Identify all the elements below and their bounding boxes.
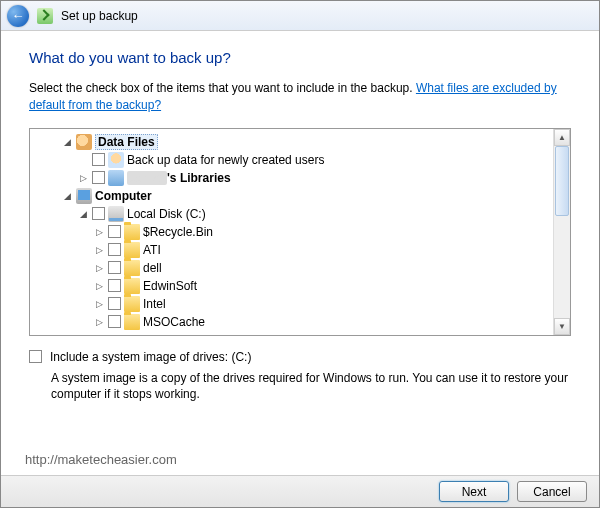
checkbox[interactable]: [108, 279, 121, 292]
scroll-track[interactable]: [554, 146, 570, 318]
system-image-label: Include a system image of drives: (C:): [50, 350, 251, 364]
tree-node-folder[interactable]: ▷ Intel: [32, 295, 551, 313]
tree-label: MSOCache: [143, 315, 205, 329]
tree-node-data-files[interactable]: ◢ Data Files: [32, 133, 551, 151]
back-button[interactable]: ←: [7, 5, 29, 27]
tree-label: Data Files: [95, 134, 158, 150]
tree-node-computer[interactable]: ◢ Computer: [32, 187, 551, 205]
checkbox[interactable]: [92, 171, 105, 184]
scroll-down-button[interactable]: ▼: [554, 318, 570, 335]
computer-icon: [76, 188, 92, 204]
tree-node-folder[interactable]: ▷ EdwinSoft: [32, 277, 551, 295]
footer-bar: Next Cancel: [1, 475, 599, 507]
collapse-icon[interactable]: ◢: [78, 208, 89, 219]
window-title: Set up backup: [61, 9, 138, 23]
checkbox[interactable]: [108, 261, 121, 274]
tree-node-folder[interactable]: ▷ dell: [32, 259, 551, 277]
page-description: Select the check box of the items that y…: [29, 80, 571, 114]
libraries-icon: [108, 170, 124, 186]
expand-icon[interactable]: ▷: [94, 316, 105, 327]
backup-tree: ◢ Data Files ▸ Back up data for newly cr…: [30, 129, 553, 335]
scroll-thumb[interactable]: [555, 146, 569, 216]
disk-icon: [108, 206, 124, 222]
folder-icon: [124, 296, 140, 312]
tree-node-local-disk[interactable]: ◢ Local Disk (C:): [32, 205, 551, 223]
button-label: Cancel: [533, 485, 570, 499]
system-image-description: A system image is a copy of the drives r…: [29, 370, 571, 404]
expand-icon[interactable]: ▷: [94, 226, 105, 237]
folder-icon: [124, 314, 140, 330]
system-image-section: Include a system image of drives: (C:) A…: [1, 336, 599, 404]
folder-icon: [124, 224, 140, 240]
title-bar: ← Set up backup: [1, 1, 599, 31]
checkbox[interactable]: [108, 297, 121, 310]
tree-node-new-users[interactable]: ▸ Back up data for newly created users: [32, 151, 551, 169]
system-image-checkbox[interactable]: [29, 350, 42, 363]
checkbox[interactable]: [108, 315, 121, 328]
tree-label: Local Disk (C:): [127, 207, 206, 221]
expand-icon[interactable]: ▷: [94, 262, 105, 273]
tree-label: Usman's Libraries: [127, 171, 231, 185]
page-heading: What do you want to back up?: [29, 49, 571, 66]
tree-label: dell: [143, 261, 162, 275]
arrow-left-icon: ←: [12, 8, 25, 23]
watermark-text: http://maketecheasier.com: [25, 452, 177, 467]
cancel-button[interactable]: Cancel: [517, 481, 587, 502]
tree-node-folder[interactable]: ▷ MSOCache: [32, 313, 551, 331]
checkbox[interactable]: [108, 243, 121, 256]
vertical-scrollbar[interactable]: ▲ ▼: [553, 129, 570, 335]
main-content: What do you want to back up? Select the …: [1, 31, 599, 336]
collapse-icon[interactable]: ◢: [62, 190, 73, 201]
expand-icon[interactable]: ▷: [78, 172, 89, 183]
tree-node-folder[interactable]: ▷ $Recycle.Bin: [32, 223, 551, 241]
tree-container: ◢ Data Files ▸ Back up data for newly cr…: [29, 128, 571, 336]
tree-label: ATI: [143, 243, 161, 257]
folder-icon: [124, 260, 140, 276]
checkbox[interactable]: [108, 225, 121, 238]
checkbox[interactable]: [92, 153, 105, 166]
users-icon: [76, 134, 92, 150]
tree-label: Computer: [95, 189, 152, 203]
user-icon: [108, 152, 124, 168]
folder-icon: [124, 242, 140, 258]
expand-icon[interactable]: ▷: [94, 280, 105, 291]
tree-label: Intel: [143, 297, 166, 311]
tree-label: $Recycle.Bin: [143, 225, 213, 239]
folder-icon: [124, 278, 140, 294]
collapse-icon[interactable]: ◢: [62, 136, 73, 147]
expand-icon[interactable]: ▷: [94, 244, 105, 255]
expand-icon[interactable]: ▷: [94, 298, 105, 309]
tree-node-user-libraries[interactable]: ▷ Usman's Libraries: [32, 169, 551, 187]
tree-node-folder[interactable]: ▷ ATI: [32, 241, 551, 259]
scroll-up-button[interactable]: ▲: [554, 129, 570, 146]
next-button[interactable]: Next: [439, 481, 509, 502]
tree-label: Back up data for newly created users: [127, 153, 324, 167]
checkbox[interactable]: [92, 207, 105, 220]
backup-icon: [37, 8, 53, 24]
button-label: Next: [462, 485, 487, 499]
tree-label: EdwinSoft: [143, 279, 197, 293]
description-text: Select the check box of the items that y…: [29, 81, 416, 95]
